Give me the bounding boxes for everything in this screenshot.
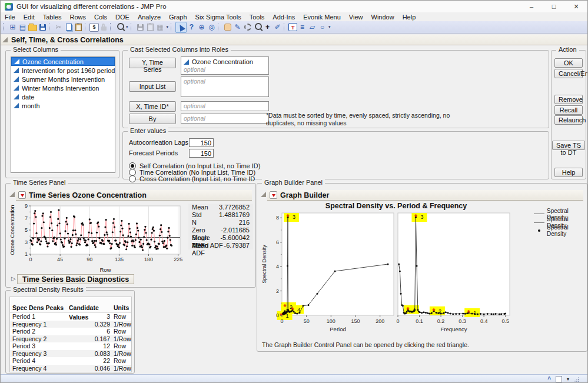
forecast-periods-input[interactable] [189, 149, 214, 158]
help-icon[interactable]: ? [187, 22, 197, 32]
outline-header-correlations[interactable]: Self, Time, & Cross Correlations [1, 35, 587, 45]
spectral-density-chart[interactable]: *1*2*3*4050100150200Period02468Spectral … [261, 209, 531, 342]
radio-time-correlation[interactable]: Time Correlation (No Input List, Time ID… [129, 169, 255, 175]
menu-file[interactable]: File [1, 14, 19, 21]
window-select-icon[interactable] [556, 376, 562, 382]
red-triangle-menu-icon[interactable] [270, 191, 277, 199]
y-time-series-button[interactable]: Y, Time Series [129, 58, 176, 68]
dropdown-icon[interactable]: ▾ [567, 377, 569, 382]
toolbar-group-handle [171, 23, 174, 31]
new-journal-icon[interactable]: ▤ [18, 22, 28, 32]
window-title: GUI for visualizing different correlatio… [16, 3, 167, 10]
annotate-list-icon[interactable]: ≡ [297, 22, 307, 32]
polygon-tool-icon[interactable]: ▱ [307, 22, 317, 32]
basic-diagnostics-header[interactable]: Time Series Basic Diagnostics [17, 274, 134, 284]
continuous-column-icon [184, 59, 189, 65]
column-item-ozone-concentration[interactable]: Ozone Concentration [11, 57, 115, 66]
search-icon[interactable] [115, 22, 125, 32]
toolbar-overflow-caret[interactable]: ▾ [167, 25, 169, 29]
menu-edit[interactable]: Edit [19, 14, 39, 21]
crosshair-tool-icon[interactable]: ◎ [207, 22, 217, 32]
magnifier-tool-icon[interactable] [253, 22, 263, 32]
cancel-end-button[interactable]: Cancel/End [554, 69, 583, 78]
toolbar-overflow-caret[interactable]: ▾ [126, 25, 128, 29]
brush-tool-icon[interactable]: ✎ [232, 22, 242, 32]
menu-view[interactable]: View [345, 14, 367, 21]
stat-row: Trend ADF-6.79387 [188, 242, 253, 249]
crosshair-plus-icon[interactable]: + [263, 22, 273, 32]
x-time-id-box[interactable]: optional [181, 101, 269, 111]
scroll-top-icon[interactable]: ^ [547, 376, 551, 382]
by-button[interactable]: By [129, 114, 176, 124]
toolbar-overflow-caret[interactable]: ▾ [328, 25, 331, 29]
save-ts-to-dt-button[interactable]: Save TS to DT [552, 141, 585, 150]
disclosure-collapsed-icon[interactable]: ▷ [11, 275, 16, 282]
radio-icon[interactable] [129, 169, 136, 176]
open-file-icon[interactable] [28, 22, 38, 32]
x-time-id-button[interactable]: X, Time ID* [129, 101, 176, 112]
time-series-header[interactable]: Time Series Ozone Concentration [16, 190, 252, 201]
menu-graph[interactable]: Graph [165, 14, 191, 21]
menu-evonik-menu[interactable]: Evonik Menu [299, 14, 345, 21]
y-time-series-box[interactable]: Ozone Concentration optional [181, 56, 269, 75]
grabber-hand-icon[interactable] [222, 22, 232, 32]
minimize-button[interactable]: – [520, 1, 543, 12]
radio-icon[interactable] [129, 162, 136, 169]
graph-builder-panel-label: Graph Builder Panel [262, 179, 325, 186]
menu-rows[interactable]: Rows [66, 14, 91, 21]
save-icon[interactable] [38, 22, 48, 32]
svg-text:6: 6 [276, 239, 279, 245]
graph-builder-footnote: The Graph Builder Control Panel can be o… [262, 341, 469, 348]
column-item-winter-months-intervention[interactable]: Winter Months Intervention [11, 84, 115, 92]
menu-cols[interactable]: Cols [90, 14, 111, 21]
eraser-tool-icon[interactable]: ✐ [273, 22, 283, 32]
move-tool-icon[interactable]: ⊕ [197, 22, 207, 32]
column-item-month[interactable]: month [11, 101, 115, 110]
input-list-button[interactable]: Input List [129, 81, 176, 92]
script-window-icon[interactable]: $ [89, 23, 99, 32]
column-item-date[interactable]: date [11, 92, 115, 101]
red-triangle-menu-icon[interactable] [18, 191, 26, 199]
menu-tools[interactable]: Tools [245, 14, 269, 21]
input-list-box[interactable]: optional [181, 76, 269, 97]
paste-icon[interactable] [74, 22, 84, 32]
menu-window[interactable]: Window [367, 14, 398, 21]
resize-grip[interactable] [574, 377, 579, 382]
menu-tables[interactable]: Tables [39, 14, 66, 21]
disclosure-open-icon[interactable] [2, 37, 8, 42]
svg-text:1: 1 [286, 313, 289, 319]
column-list[interactable]: Ozone ConcentrationIntervention for post… [11, 56, 115, 173]
disclosure-open-icon[interactable] [261, 192, 266, 197]
disclosure-open-icon[interactable] [9, 192, 15, 197]
oval-tool-icon[interactable]: ○ [317, 22, 327, 32]
graph-builder-header[interactable]: Graph Builder [267, 190, 583, 201]
column-item-summer-months-intervention[interactable]: Summer Months Intervention [11, 75, 115, 84]
recall-button[interactable]: Recall [554, 105, 583, 115]
arrow-cursor-icon[interactable] [175, 22, 187, 33]
by-box[interactable]: optional [181, 114, 269, 124]
maximize-button[interactable]: □ [543, 1, 565, 12]
annotate-text-icon[interactable]: T [288, 23, 297, 31]
lasso-tool-icon[interactable] [242, 22, 253, 32]
new-data-table-icon[interactable]: ⊞ [8, 22, 18, 32]
column-item-intervention-for-post-1960-period[interactable]: Intervention for post 1960 period [11, 66, 115, 75]
svg-text:5: 5 [25, 227, 28, 233]
relaunch-button[interactable]: Relaunch [554, 115, 583, 125]
radio-self-correlation[interactable]: Self Correlation (no Input List, no Time… [129, 162, 260, 169]
menu-analyze[interactable]: Analyze [134, 14, 165, 21]
menu-doe[interactable]: DOE [111, 14, 134, 21]
menu-help[interactable]: Help [398, 14, 420, 21]
radio-cross-correlation[interactable]: Cross Correlation (Input List, no Time I… [129, 175, 255, 182]
remove-button[interactable]: Remove [554, 95, 583, 104]
enter-values-label: Enter values [128, 127, 168, 134]
copy-icon[interactable] [64, 22, 74, 32]
menu-add-ins[interactable]: Add-Ins [268, 14, 299, 21]
close-button[interactable]: ✕ [565, 1, 587, 12]
radio-icon[interactable] [129, 175, 136, 182]
legend-item: Spectral Density [534, 227, 586, 234]
help-button[interactable]: Help [554, 168, 583, 177]
menu-six-sigma-tools[interactable]: Six Sigma Tools [191, 14, 245, 21]
ok-button[interactable]: OK [554, 58, 583, 68]
time-series-chart[interactable]: 0459013518022513579RowOzone Concentratio… [8, 202, 187, 274]
autocorrelation-lags-input[interactable] [189, 138, 214, 147]
